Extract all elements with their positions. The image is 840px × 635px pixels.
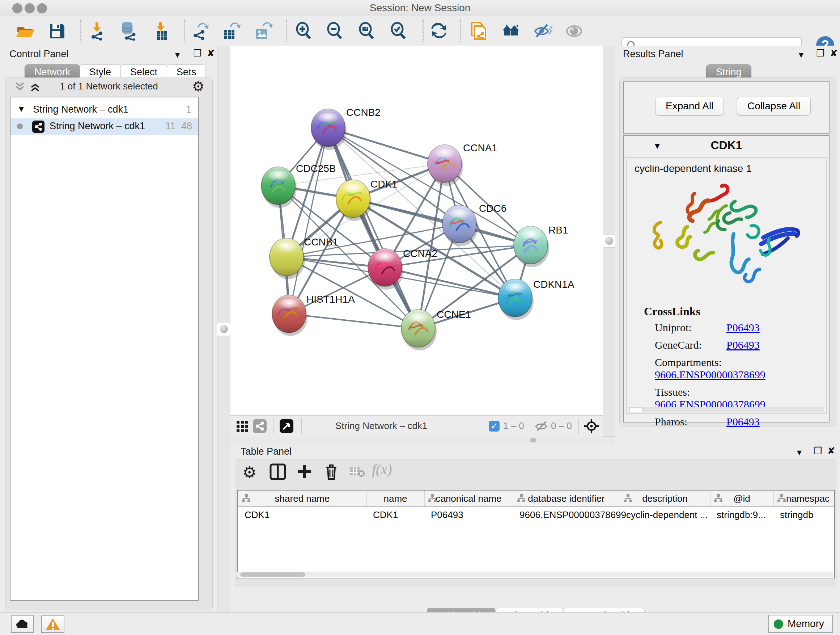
import-database-icon[interactable] bbox=[118, 21, 138, 41]
show-hide-icon[interactable] bbox=[533, 21, 553, 41]
network-node-CDK1[interactable] bbox=[336, 180, 371, 221]
save-session-icon[interactable] bbox=[47, 21, 66, 41]
results-float-icon[interactable]: ❒ bbox=[816, 48, 824, 59]
string-home-icon[interactable] bbox=[501, 21, 521, 41]
network-node-CDC25B[interactable] bbox=[261, 167, 297, 208]
memory-status-dot bbox=[774, 619, 783, 629]
warning-icon bbox=[45, 617, 61, 631]
results-scrollbar[interactable] bbox=[629, 407, 824, 412]
table-cell[interactable]: 9606.ENSP00000378699 bbox=[519, 509, 617, 524]
table-cell[interactable]: P06493 bbox=[431, 509, 511, 524]
column-header-database-identifier[interactable]: database identifier bbox=[513, 491, 620, 507]
export-table-icon[interactable] bbox=[221, 21, 241, 41]
import-network-icon[interactable] bbox=[88, 21, 107, 41]
node-table[interactable]: shared namenamecanonical namedatabase id… bbox=[237, 490, 835, 578]
network-node-CCNB2[interactable] bbox=[311, 109, 347, 150]
function-builder-icon[interactable]: f(x) bbox=[372, 461, 389, 478]
duplicate-network-icon[interactable] bbox=[469, 21, 488, 41]
table-gear-icon[interactable]: ⚙ bbox=[242, 463, 260, 480]
column-tree-icon bbox=[428, 494, 437, 503]
cloud-button[interactable] bbox=[11, 616, 34, 633]
memory-button[interactable]: Memory bbox=[768, 615, 833, 633]
node-label-CDKN1A: CDKN1A bbox=[533, 279, 575, 290]
cytoscape-window: Session: New Session bbox=[0, 0, 840, 635]
table-menu-icon[interactable]: ▾ bbox=[797, 447, 802, 458]
node-label-CDK1: CDK1 bbox=[370, 179, 398, 190]
network-node-CCNA1[interactable] bbox=[428, 145, 463, 186]
network-collection-row[interactable]: ▼ String Network – cdk1 1 bbox=[11, 102, 198, 119]
right-splitter[interactable] bbox=[603, 46, 616, 444]
hidden-eye-slash-icon[interactable] bbox=[534, 420, 549, 432]
selected-checkbox-icon[interactable]: ✓ bbox=[489, 421, 500, 432]
table-cell[interactable]: CDK1 bbox=[373, 509, 422, 524]
add-column-icon[interactable] bbox=[296, 463, 313, 480]
column-header-name[interactable]: name bbox=[366, 491, 425, 507]
crosslink-row: GeneCard:P06493 bbox=[655, 339, 825, 351]
network-mode-icon[interactable] bbox=[253, 419, 267, 433]
refresh-icon[interactable] bbox=[429, 21, 448, 41]
column-header--id[interactable]: @id bbox=[710, 491, 774, 507]
results-menu-icon[interactable]: ▾ bbox=[799, 49, 804, 60]
export-network-icon[interactable] bbox=[190, 21, 210, 41]
panel-menu-icon[interactable]: ▾ bbox=[175, 49, 180, 60]
open-session-icon[interactable] bbox=[15, 21, 35, 41]
import-table-icon[interactable] bbox=[152, 21, 172, 41]
table-cell[interactable]: CDK1 bbox=[245, 509, 364, 524]
column-header-shared-name[interactable]: shared name bbox=[238, 491, 367, 507]
table-cell[interactable]: cyclin-dependent ... bbox=[626, 509, 708, 524]
zoom-in-icon[interactable] bbox=[294, 21, 313, 41]
node-label-RB1: RB1 bbox=[548, 225, 568, 236]
network-edge-CCNB2-HIST1H1A[interactable] bbox=[289, 128, 328, 314]
left-splitter-handle[interactable] bbox=[217, 323, 232, 336]
zoom-out-icon[interactable] bbox=[325, 21, 344, 41]
table-panel-title: Table Panel bbox=[240, 446, 292, 457]
gene-section-header[interactable]: ▼ CDK1 bbox=[624, 136, 829, 157]
table-columns-icon[interactable] bbox=[269, 463, 286, 480]
fit-selected-icon[interactable] bbox=[584, 418, 600, 434]
network-label: String Network – cdk1 bbox=[50, 120, 145, 132]
crosslink-link[interactable]: P06493 bbox=[726, 339, 760, 351]
results-close-icon[interactable]: ✘ bbox=[830, 48, 838, 59]
network-canvas[interactable]: CCNB2CCNA1CDC25BCDK1CDC6RB1CCNB1CCNA2CDK… bbox=[231, 46, 603, 415]
collection-expand-icon[interactable]: ▼ bbox=[17, 104, 26, 114]
crosslink-row: Uniprot:P06493 bbox=[655, 321, 825, 334]
zoom-fit-icon[interactable] bbox=[357, 21, 376, 41]
left-splitter[interactable] bbox=[217, 46, 231, 612]
network-node-CDKN1A[interactable] bbox=[498, 279, 534, 320]
network-node-CCNE1[interactable] bbox=[401, 310, 437, 350]
column-header-description[interactable]: description bbox=[620, 491, 711, 507]
grid-mode-icon[interactable] bbox=[236, 420, 249, 433]
crosslink-link[interactable]: P06493 bbox=[726, 321, 760, 333]
network-node-CCNA2[interactable] bbox=[368, 249, 403, 290]
column-header-canonical-name[interactable]: canonical name bbox=[424, 491, 513, 507]
table-cell[interactable]: stringdb:9... bbox=[717, 509, 771, 524]
gear-icon[interactable]: ⚙ bbox=[192, 79, 204, 95]
network-row[interactable]: String Network – cdk1 11 48 bbox=[11, 119, 198, 135]
column-header-namespac[interactable]: namespac bbox=[774, 491, 835, 507]
crosslink-link[interactable]: 9606.ENSP00000378699 bbox=[655, 369, 766, 380]
network-edge-HIST1H1A-CCNE1[interactable] bbox=[289, 314, 418, 328]
expand-all-button[interactable]: Expand All bbox=[655, 97, 724, 116]
zoom-selected-icon[interactable] bbox=[388, 21, 408, 41]
table-scrollbar[interactable] bbox=[237, 572, 834, 578]
crosslink-link[interactable]: P06493 bbox=[726, 416, 760, 428]
results-panel-title: Results Panel bbox=[623, 49, 684, 60]
birdseye-toggle-icon[interactable] bbox=[279, 419, 294, 433]
table-float-icon[interactable]: ❒ bbox=[813, 445, 822, 456]
table-panel: Table Panel ▾ ❒ ✘ ⚙ f(x) shared namename… bbox=[231, 444, 840, 612]
table-cell[interactable]: stringdb bbox=[780, 509, 835, 524]
eye-icon[interactable] bbox=[564, 21, 584, 41]
panel-close-icon[interactable]: ✘ bbox=[207, 48, 215, 59]
results-panel: Results Panel ▾ ❒ ✘ String Expand All Co… bbox=[615, 46, 840, 444]
delete-column-icon[interactable] bbox=[323, 463, 340, 480]
warning-button[interactable] bbox=[41, 616, 65, 633]
network-node-RB1[interactable] bbox=[514, 226, 549, 267]
delete-table-icon[interactable] bbox=[349, 466, 367, 483]
collapse-all-button[interactable]: Collapse All bbox=[737, 97, 811, 116]
table-close-icon[interactable]: ✘ bbox=[827, 445, 835, 456]
crosslink-label: Pharos: bbox=[655, 416, 726, 428]
panel-float-icon[interactable]: ❒ bbox=[193, 48, 202, 59]
export-image-icon[interactable] bbox=[253, 21, 273, 41]
crosslink-label: Compartments: bbox=[655, 356, 726, 369]
network-node-HIST1H1A[interactable] bbox=[272, 295, 308, 336]
